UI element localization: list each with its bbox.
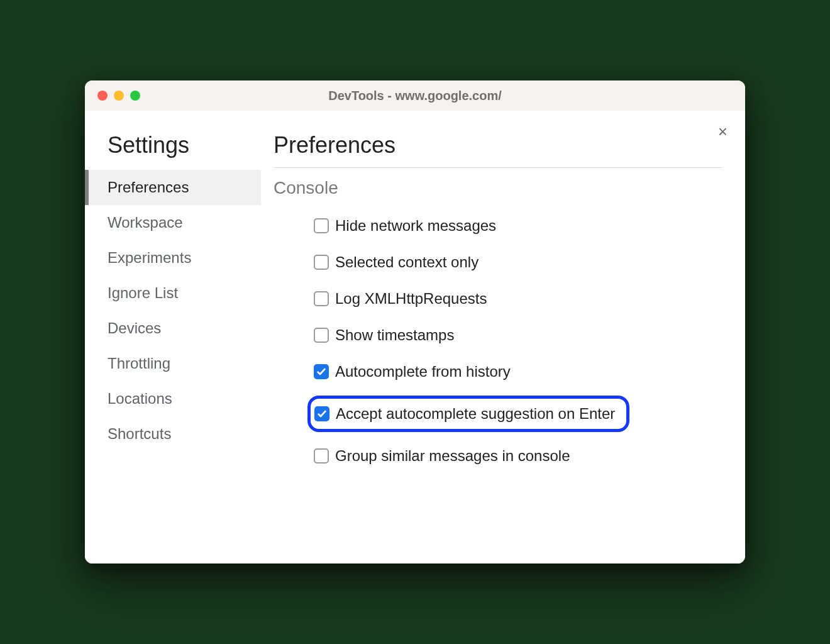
checkbox[interactable]	[314, 255, 329, 270]
traffic-lights	[85, 91, 140, 101]
sidebar-item-workspace[interactable]: Workspace	[85, 205, 261, 240]
option-label: Selected context only	[335, 253, 479, 271]
option-label: Autocomplete from history	[335, 363, 511, 380]
option-label: Show timestamps	[335, 326, 454, 344]
close-icon[interactable]: ×	[718, 123, 728, 140]
sidebar: Settings PreferencesWorkspaceExperiments…	[85, 111, 261, 564]
option-label: Group similar messages in console	[335, 447, 570, 465]
checkbox[interactable]	[314, 406, 329, 421]
sidebar-item-throttling[interactable]: Throttling	[85, 346, 261, 381]
window-minimize-icon[interactable]	[114, 91, 124, 101]
option-group-similar-messages-in-console[interactable]: Group similar messages in console	[307, 443, 577, 469]
settings-content: × Settings PreferencesWorkspaceExperimen…	[85, 111, 745, 564]
sidebar-title: Settings	[85, 132, 261, 170]
sidebar-item-ignore-list[interactable]: Ignore List	[85, 275, 261, 311]
sidebar-item-label: Preferences	[108, 179, 189, 196]
sidebar-item-preferences[interactable]: Preferences	[85, 170, 261, 205]
section-title: Console	[274, 178, 722, 198]
checkbox[interactable]	[314, 218, 329, 233]
checkbox[interactable]	[314, 364, 329, 379]
devtools-window: DevTools - www.google.com/ × Settings Pr…	[85, 80, 745, 564]
options-list: Hide network messagesSelected context on…	[274, 213, 722, 469]
window-close-icon[interactable]	[97, 91, 108, 101]
sidebar-item-label: Shortcuts	[108, 425, 171, 442]
checkbox[interactable]	[314, 328, 329, 343]
option-label: Hide network messages	[335, 217, 496, 235]
checkbox[interactable]	[314, 291, 329, 306]
sidebar-item-label: Throttling	[108, 355, 170, 372]
checkbox[interactable]	[314, 448, 329, 464]
page-title: Preferences	[274, 132, 722, 168]
sidebar-item-locations[interactable]: Locations	[85, 381, 261, 416]
option-hide-network-messages[interactable]: Hide network messages	[307, 213, 502, 238]
sidebar-item-label: Devices	[108, 319, 161, 336]
titlebar: DevTools - www.google.com/	[85, 80, 745, 111]
sidebar-item-label: Locations	[108, 390, 172, 407]
sidebar-item-experiments[interactable]: Experiments	[85, 240, 261, 275]
option-log-xmlhttprequests[interactable]: Log XMLHttpRequests	[307, 286, 493, 311]
option-selected-context-only[interactable]: Selected context only	[307, 250, 485, 275]
option-autocomplete-from-history[interactable]: Autocomplete from history	[307, 359, 517, 384]
option-accept-autocomplete-suggestion-on-enter[interactable]: Accept autocomplete suggestion on Enter	[307, 396, 629, 432]
sidebar-item-devices[interactable]: Devices	[85, 311, 261, 346]
window-maximize-icon[interactable]	[130, 91, 140, 101]
option-label: Log XMLHttpRequests	[335, 290, 487, 308]
sidebar-item-label: Experiments	[108, 249, 191, 266]
sidebar-item-label: Workspace	[108, 214, 183, 231]
option-label: Accept autocomplete suggestion on Enter	[336, 405, 615, 423]
main-panel: Preferences Console Hide network message…	[261, 111, 745, 564]
option-show-timestamps[interactable]: Show timestamps	[307, 323, 460, 348]
sidebar-item-shortcuts[interactable]: Shortcuts	[85, 416, 261, 452]
sidebar-item-label: Ignore List	[108, 284, 178, 301]
window-title: DevTools - www.google.com/	[85, 89, 745, 103]
